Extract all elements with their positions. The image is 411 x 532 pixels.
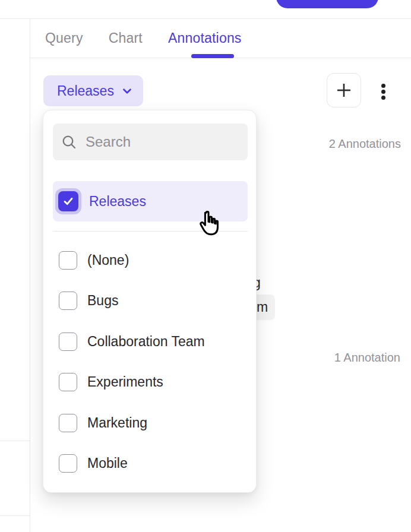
annotations-panel: Query Chart Annotations Releases 2 Annot… (0, 0, 411, 532)
option-label: Bugs (87, 293, 118, 309)
option-label: Collaboration Team (87, 334, 205, 350)
option-releases[interactable]: Releases (53, 181, 248, 221)
releases-filter-label: Releases (57, 83, 114, 99)
option-collaboration-team[interactable]: Collaboration Team (53, 321, 246, 362)
option-label: Marketing (87, 415, 147, 431)
dropdown-divider (53, 231, 248, 232)
chevron-down-icon (121, 84, 134, 97)
option-releases-label: Releases (89, 194, 146, 210)
checkbox-focus-halo (55, 188, 81, 214)
search-icon (61, 134, 77, 150)
unchecked-checkbox[interactable] (59, 373, 77, 391)
option-marketing[interactable]: Marketing (53, 403, 246, 444)
unchecked-checkbox[interactable] (59, 414, 77, 432)
unchecked-checkbox[interactable] (59, 332, 77, 351)
dropdown-search (53, 124, 248, 160)
option-mobile[interactable]: Mobile (53, 444, 246, 484)
left-rail-divider-1 (0, 441, 30, 441)
option-label: Experiments (87, 374, 163, 390)
checkmark-icon (62, 195, 75, 208)
sidebar-divider (30, 19, 30, 532)
checked-checkbox[interactable] (58, 191, 78, 211)
add-annotation-button[interactable] (327, 73, 361, 107)
annotation-category-dropdown: Releases (None) Bugs Collaboration Team … (43, 110, 257, 493)
tab-bar: Query Chart Annotations (30, 19, 411, 58)
option-bugs[interactable]: Bugs (53, 281, 246, 322)
annotation-count-top: 2 Annotations (329, 137, 401, 151)
dropdown-option-list: (None) Bugs Collaboration Team Experimen… (53, 240, 246, 484)
unchecked-checkbox[interactable] (59, 454, 77, 473)
option-none[interactable]: (None) (53, 240, 246, 281)
active-tab-underline (191, 54, 234, 58)
left-rail-divider-2 (0, 515, 30, 516)
annotation-count-bottom: 1 Annotation (334, 351, 400, 365)
option-label: (None) (87, 252, 129, 268)
tab-chart[interactable]: Chart (109, 30, 143, 46)
unchecked-checkbox[interactable] (59, 251, 77, 270)
tab-query[interactable]: Query (45, 30, 83, 46)
primary-action-button[interactable] (276, 0, 378, 8)
unchecked-checkbox[interactable] (59, 292, 77, 310)
releases-filter-button[interactable]: Releases (43, 75, 143, 106)
search-input[interactable] (86, 134, 239, 150)
kebab-menu-icon[interactable] (379, 84, 387, 100)
plus-icon (334, 81, 353, 100)
option-experiments[interactable]: Experiments (53, 362, 246, 403)
option-label: Mobile (87, 455, 128, 471)
tab-annotations[interactable]: Annotations (168, 30, 242, 46)
